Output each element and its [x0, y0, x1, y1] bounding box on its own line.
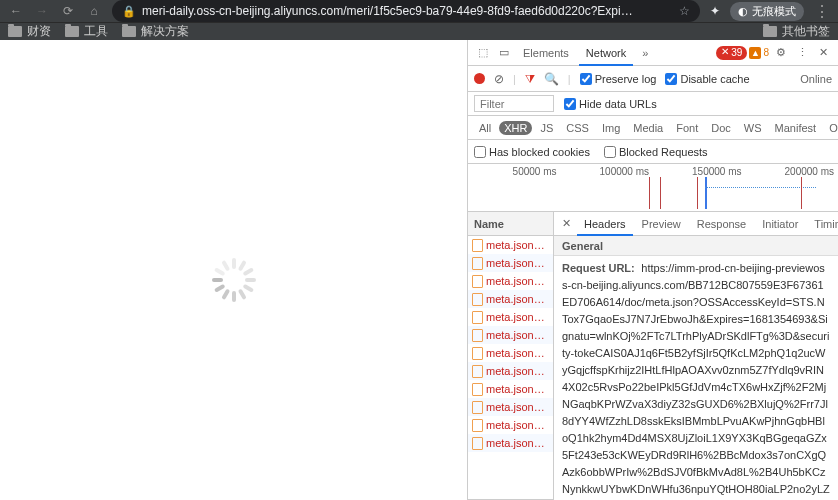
request-row[interactable]: meta.json?…	[468, 326, 553, 344]
filter-js[interactable]: JS	[535, 121, 558, 135]
extensions-icon[interactable]: ✦	[710, 4, 720, 18]
warning-count[interactable]: 8	[763, 47, 769, 58]
timeline-label: 200000 ms	[746, 166, 839, 177]
request-name: meta.json?…	[486, 365, 549, 377]
home-button[interactable]: ⌂	[86, 4, 102, 18]
request-row[interactable]: meta.json?…	[468, 236, 553, 254]
request-row[interactable]: meta.json?…	[468, 362, 553, 380]
reload-button[interactable]: ⟳	[60, 4, 76, 18]
search-icon[interactable]: 🔍	[544, 72, 559, 86]
folder-icon	[65, 26, 79, 37]
filter-css[interactable]: CSS	[561, 121, 594, 135]
filter-row: Hide data URLs	[468, 92, 838, 116]
inspect-icon[interactable]: ⬚	[474, 46, 492, 59]
tab-headers[interactable]: Headers	[577, 212, 633, 236]
incognito-badge: ◐ 无痕模式	[730, 2, 804, 21]
tab-initiator[interactable]: Initiator	[755, 212, 805, 236]
name-header[interactable]: Name	[468, 212, 553, 236]
request-detail: ✕ Headers Preview Response Initiator Tim…	[554, 212, 838, 500]
star-icon[interactable]: ☆	[679, 4, 690, 18]
folder-icon	[122, 26, 136, 37]
detail-tabs: ✕ Headers Preview Response Initiator Tim…	[554, 212, 838, 236]
blocked-row: Has blocked cookies Blocked Requests	[468, 140, 838, 164]
tab-network[interactable]: Network	[579, 40, 633, 66]
request-row[interactable]: meta.json?…	[468, 254, 553, 272]
timeline-label: 100000 ms	[561, 166, 654, 177]
warning-icon: ▲	[749, 47, 761, 59]
filter-icon[interactable]: ⧩	[525, 72, 535, 86]
url-text: meri-daily.oss-cn-beijing.aliyuncs.com/m…	[142, 4, 673, 18]
forward-button[interactable]: →	[34, 4, 50, 18]
request-row[interactable]: meta.json?…	[468, 308, 553, 326]
request-name: meta.json?…	[486, 311, 549, 323]
back-button[interactable]: ←	[8, 4, 24, 18]
timeline[interactable]: 50000 ms 100000 ms 150000 ms 200000 ms	[468, 164, 838, 212]
filter-all[interactable]: All	[474, 121, 496, 135]
filter-ws[interactable]: WS	[739, 121, 767, 135]
request-name: meta.json?…	[486, 419, 549, 431]
folder-icon	[763, 26, 777, 37]
file-icon	[472, 419, 483, 432]
disable-cache-checkbox[interactable]: Disable cache	[665, 73, 749, 85]
file-icon	[472, 401, 483, 414]
file-icon	[472, 311, 483, 324]
request-name: meta.json?…	[486, 437, 549, 449]
network-controls: ⊘ | ⧩ 🔍 | Preserve log Disable cache Onl…	[468, 66, 838, 92]
preserve-log-checkbox[interactable]: Preserve log	[580, 73, 657, 85]
filter-input[interactable]	[474, 95, 554, 112]
request-row[interactable]: meta.json?…	[468, 416, 553, 434]
file-icon	[472, 365, 483, 378]
request-name: meta.json?…	[486, 329, 549, 341]
device-icon[interactable]: ▭	[495, 46, 513, 59]
other-bookmarks[interactable]: 其他书签	[763, 23, 830, 40]
general-section[interactable]: General	[554, 236, 838, 256]
hide-data-urls-checkbox[interactable]: Hide data URLs	[564, 98, 657, 110]
tab-elements[interactable]: Elements	[516, 40, 576, 66]
request-row[interactable]: meta.json?…	[468, 272, 553, 290]
settings-icon[interactable]: ⚙	[772, 46, 790, 59]
filter-img[interactable]: Img	[597, 121, 625, 135]
blocked-requests-checkbox[interactable]: Blocked Requests	[604, 146, 708, 158]
more-tabs-icon[interactable]: »	[636, 47, 654, 59]
request-row[interactable]: meta.json?…	[468, 398, 553, 416]
filter-manifest[interactable]: Manifest	[770, 121, 822, 135]
browser-menu[interactable]: ⋮	[814, 2, 830, 21]
record-button[interactable]	[474, 73, 485, 84]
file-icon	[472, 275, 483, 288]
tab-timing[interactable]: Timing	[807, 212, 838, 236]
close-devtools[interactable]: ✕	[814, 46, 832, 59]
tab-preview[interactable]: Preview	[635, 212, 688, 236]
tab-response[interactable]: Response	[690, 212, 754, 236]
request-row[interactable]: meta.json?…	[468, 290, 553, 308]
filter-media[interactable]: Media	[628, 121, 668, 135]
headers-body: Request URL: https://imm-prod-cn-beijing…	[554, 256, 838, 500]
blocked-cookies-checkbox[interactable]: Has blocked cookies	[474, 146, 590, 158]
loading-spinner	[212, 258, 256, 302]
request-row[interactable]: meta.json?…	[468, 344, 553, 362]
request-name: meta.json?…	[486, 293, 549, 305]
request-row[interactable]: meta.json?…	[468, 434, 553, 452]
devtools-panel: ⬚ ▭ Elements Network » ✕ 39 ▲ 8 ⚙ ⋮ ✕ ⊘ …	[467, 40, 838, 500]
timeline-label: 150000 ms	[653, 166, 746, 177]
request-name: meta.json?…	[486, 383, 549, 395]
bookmark-item[interactable]: 财资	[8, 23, 51, 40]
request-row[interactable]: meta.json?…	[468, 380, 553, 398]
bookmarks-bar: 财资 工具 解决方案 其他书签	[0, 22, 838, 40]
throttling-select[interactable]: Online	[800, 73, 832, 85]
clear-button[interactable]: ⊘	[494, 72, 504, 86]
request-url-value: https://imm-prod-cn-beijing-previewoss-c…	[562, 262, 830, 500]
filter-other[interactable]: Other	[824, 121, 838, 135]
page-content	[0, 40, 467, 500]
error-count[interactable]: ✕ 39	[716, 46, 748, 60]
filter-xhr[interactable]: XHR	[499, 121, 532, 135]
request-name: meta.json?…	[486, 401, 549, 413]
bookmark-item[interactable]: 解决方案	[122, 23, 189, 40]
filter-font[interactable]: Font	[671, 121, 703, 135]
browser-toolbar: ← → ⟳ ⌂ 🔒 meri-daily.oss-cn-beijing.aliy…	[0, 0, 838, 22]
close-detail[interactable]: ✕	[558, 217, 575, 230]
filter-doc[interactable]: Doc	[706, 121, 736, 135]
bookmark-item[interactable]: 工具	[65, 23, 108, 40]
devtools-menu[interactable]: ⋮	[793, 46, 811, 59]
file-icon	[472, 347, 483, 360]
url-bar[interactable]: 🔒 meri-daily.oss-cn-beijing.aliyuncs.com…	[112, 0, 700, 22]
